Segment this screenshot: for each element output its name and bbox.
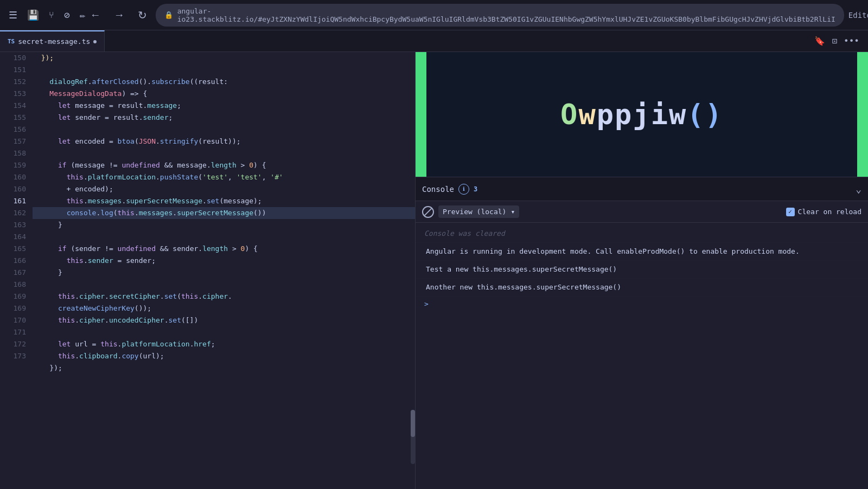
console-panel: Console ℹ 3 ⌄ Preview (local) ▾ Clear on…	[416, 177, 868, 489]
code-line-154: let sender = result.sender;	[33, 112, 415, 124]
file-tab-bar: TS secret-message.ts 🔖 ⊡ •••	[0, 30, 868, 52]
line-num-154: 154	[4, 100, 26, 112]
reload-button[interactable]: ↻	[133, 7, 151, 24]
code-line-168: this.cipher.secretCipher.set(this.cipher…	[33, 291, 415, 303]
line-num-161: 161	[4, 195, 26, 207]
right-panel: Owppjiw() Console ℹ 3 ⌄ Preview (local)	[415, 52, 868, 489]
top-bar-icons: ☰ 💾 ⑂ ⊘ ✏	[9, 9, 86, 21]
code-line-158: if (message != undefined && message.leng…	[33, 159, 415, 171]
code-line-161: console.log(this.messages.superSecretMes…	[33, 207, 415, 219]
preview-gradient-right	[857, 52, 868, 177]
editor-tab[interactable]: Editor	[844, 9, 868, 22]
line-numbers: 150 151 152 153 154 155 156 157 158 159 …	[0, 52, 30, 489]
split-icon[interactable]: ⊡	[832, 36, 837, 46]
code-line-162: }	[33, 219, 415, 231]
bookmark-icon[interactable]: 🔖	[814, 36, 825, 46]
console-expand-icon[interactable]: ⌄	[856, 183, 861, 195]
preview-char-w: w	[578, 98, 596, 131]
console-msg-angular-text: Angular is running in development mode. …	[426, 246, 800, 257]
more-icon[interactable]: •••	[844, 36, 859, 46]
line-num-159: 159	[4, 159, 26, 171]
line-num-169b: 169	[4, 303, 26, 314]
code-line-173: });	[33, 362, 415, 374]
code-line-155	[33, 124, 415, 136]
console-msg-test2-text: Another new this.messages.superSecretMes…	[426, 282, 621, 293]
dropdown-arrow-icon: ▾	[510, 208, 515, 216]
console-messages: Console was cleared Angular is running i…	[416, 223, 868, 489]
save-icon[interactable]: 💾	[27, 9, 39, 21]
line-num-167: 167	[4, 267, 26, 279]
console-msg-cleared: Console was cleared	[416, 225, 868, 243]
code-line-164: if (sender != undefined && sender.length…	[33, 243, 415, 255]
preview-char-rest: ppjiw	[597, 98, 687, 131]
main-layout: 150 151 152 153 154 155 156 157 158 159 …	[0, 52, 868, 489]
browser-nav: ← → ↻	[86, 7, 151, 24]
code-line-157	[33, 147, 415, 159]
file-tab-secret-message[interactable]: TS secret-message.ts	[0, 30, 105, 52]
code-line-160b: this.messages.superSecretMessage.set(mes…	[33, 195, 415, 207]
code-line-160a: + encoded);	[33, 183, 415, 195]
clear-on-reload-control: Clear on reload	[786, 208, 861, 216]
console-msg-test1: Test a new this.messages.superSecretMess…	[416, 261, 868, 279]
line-num-165: 165	[4, 243, 26, 255]
editor-scrollbar[interactable]	[411, 410, 415, 464]
line-num-171: 171	[4, 326, 26, 338]
preview-paren: ()	[687, 98, 723, 131]
top-bar-right: Editor Preview Both U	[844, 7, 868, 24]
console-msg-angular: Angular is running in development mode. …	[416, 243, 868, 261]
prompt-arrow-icon: >	[424, 300, 429, 308]
typescript-icon: TS	[8, 38, 15, 45]
console-info-icon: ℹ	[458, 184, 469, 195]
line-num-173: 173	[4, 350, 26, 362]
edit-icon[interactable]: ✏	[80, 9, 86, 21]
code-line-156: let encoded = btoa(JSON.stringify(result…	[33, 136, 415, 147]
menu-icon[interactable]: ☰	[9, 9, 17, 21]
console-msg-cleared-text: Console was cleared	[424, 228, 505, 239]
url-bar[interactable]: 🔒 angular-io23.stackblitz.io/#eyJtZXNzYW…	[156, 4, 844, 27]
line-num-168: 168	[4, 279, 26, 291]
fork-icon[interactable]: ⑂	[49, 10, 54, 20]
code-line-170	[33, 326, 415, 338]
code-line-165: this.sender = sender;	[33, 255, 415, 267]
line-num-163: 163	[4, 219, 26, 231]
line-num-172: 172	[4, 338, 26, 350]
top-bar: ☰ 💾 ⑂ ⊘ ✏ ← → ↻ 🔒 angular-io23.stackblit…	[0, 0, 868, 30]
top-bar-left: ☰ 💾 ⑂ ⊘ ✏	[9, 9, 86, 21]
back-button[interactable]: ←	[86, 7, 105, 23]
line-num-160a: 160	[4, 171, 26, 183]
console-msg-test2: Another new this.messages.superSecretMes…	[416, 279, 868, 297]
editor-scrollbar-thumb[interactable]	[411, 410, 415, 437]
clear-on-reload-checkbox[interactable]	[786, 208, 795, 216]
code-line-166: }	[33, 267, 415, 279]
console-source-label: Preview (local)	[443, 208, 506, 216]
line-num-162: 162	[4, 207, 26, 219]
line-num-156: 156	[4, 124, 26, 136]
code-line-150: });	[33, 52, 415, 64]
line-num-152: 152	[4, 76, 26, 88]
code-line-169a: createNewCipherKey());	[33, 303, 415, 314]
code-lines[interactable]: }); dialogRef.afterClosed().subscribe((r…	[30, 52, 415, 489]
code-line-153b: let message = result.message;	[33, 100, 415, 112]
console-source-dropdown[interactable]: Preview (local) ▾	[438, 205, 519, 218]
code-line-152: dialogRef.afterClosed().subscribe((resul…	[33, 76, 415, 88]
console-title: Console ℹ 3	[422, 184, 477, 195]
code-line-167	[33, 279, 415, 291]
line-num-164: 164	[4, 231, 26, 243]
line-num-158: 158	[4, 147, 26, 159]
file-tab-actions: 🔖 ⊡ •••	[814, 30, 868, 52]
code-line-163	[33, 231, 415, 243]
code-line-169b: this.cipher.uncodedCipher.set([])	[33, 314, 415, 326]
line-num-153: 153	[4, 88, 26, 100]
preview-area: Owppjiw()	[416, 52, 868, 177]
line-num-160b: 160	[4, 183, 26, 195]
preview-center: Owppjiw()	[426, 52, 857, 177]
console-prompt[interactable]: >	[416, 297, 868, 311]
preview-app-text: Owppjiw()	[560, 98, 723, 131]
forward-button[interactable]: →	[110, 7, 129, 23]
line-num-170: 170	[4, 314, 26, 326]
share-icon[interactable]: ⊘	[64, 9, 70, 21]
line-num-150: 150	[4, 52, 26, 64]
console-header-right: ⌄	[856, 183, 861, 195]
console-clear-button[interactable]	[422, 206, 434, 218]
modified-indicator	[93, 40, 97, 43]
